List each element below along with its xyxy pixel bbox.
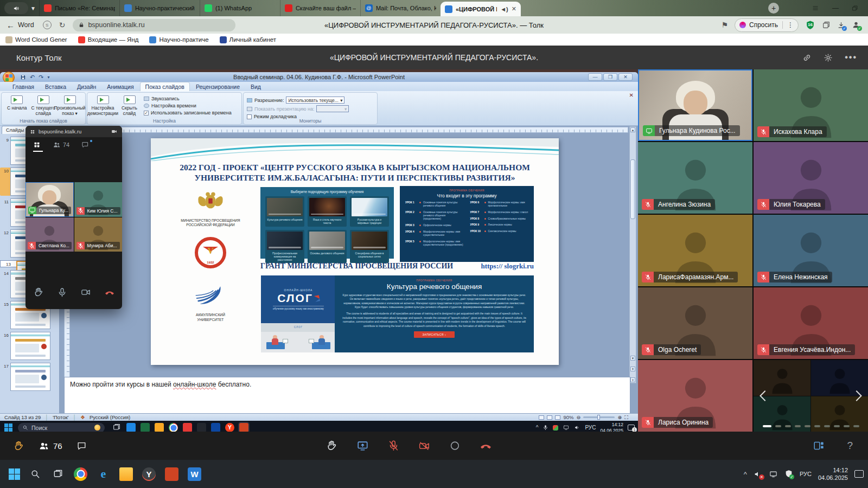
participant-tile[interactable]: Гульнара Ку... <box>25 182 74 217</box>
editor-scrollbar[interactable]: ▲ ▼ ⇞ ⇟ <box>629 126 636 383</box>
mini-leave-call-icon[interactable] <box>104 287 115 298</box>
minimize-icon[interactable]: — <box>832 4 839 12</box>
ribbon-button[interactable]: С текущего слайда <box>30 94 57 118</box>
yandex-app-icon[interactable] <box>183 423 192 432</box>
participant-tile[interactable]: ЛарисаФарамазян.Арм... <box>638 215 752 286</box>
redo-icon[interactable]: ↷ <box>39 74 43 81</box>
taskbar-security-icon[interactable]: ✓ <box>784 470 793 478</box>
back-button[interactable]: ← Word <box>7 21 34 30</box>
tabs-panel-icon[interactable] <box>822 21 831 29</box>
inner-search-box[interactable]: Поиск <box>18 423 105 433</box>
ppt-close-button[interactable]: ✕ <box>618 73 633 81</box>
ribbon-tab[interactable]: Анимация <box>102 82 138 91</box>
user-profile-icon[interactable]: ✓ <box>852 21 860 29</box>
protect-shield-icon[interactable]: 16 <box>805 20 815 30</box>
document-close-icon[interactable]: ✕ <box>629 92 634 98</box>
taskbar-volume-icon[interactable]: ✕ <box>754 470 762 478</box>
task-view-icon[interactable] <box>51 467 65 481</box>
zoom-in-icon[interactable]: ⊕ <box>617 414 622 420</box>
ask-button[interactable]: Спросить ⋮ <box>735 18 799 32</box>
site-info-icon[interactable]: S <box>43 21 52 29</box>
more-vert-icon[interactable]: ⋮ <box>787 21 794 29</box>
chrome-icon[interactable] <box>169 423 178 432</box>
notes-pane[interactable]: Можно пройти эти курсы в нашей онлайн-шк… <box>64 377 630 414</box>
ribbon-button[interactable]: Скрыть слайд <box>116 94 143 118</box>
refresh-icon[interactable]: ↻ <box>59 21 66 29</box>
participant-tile[interactable]: Искахова Клара <box>754 69 868 141</box>
ribbon-button[interactable]: Настройка демонстрации <box>90 94 116 118</box>
qat-dropdown-icon[interactable]: ▾ <box>47 75 49 80</box>
bookmark-item[interactable]: Входящие — Янд <box>78 36 139 43</box>
more-horiz-icon[interactable]: ••• <box>845 53 857 62</box>
taskbar-notification-icon[interactable] <box>854 470 864 478</box>
ribbon-tab[interactable]: Показ слайдов <box>140 82 190 91</box>
page-dots[interactable] <box>754 425 868 428</box>
microphone-button[interactable] <box>387 440 399 452</box>
url-field[interactable]: bspuonline.ktalk.ru <box>73 19 235 31</box>
browser-tab[interactable]: @Mail: Почта, Облако, Кале <box>360 0 441 16</box>
participant-tile[interactable]: Юлия Токарева <box>754 142 868 214</box>
use-timings-checkbox[interactable]: ✓Использовать записанные времена <box>144 110 232 115</box>
participant-tile[interactable]: Olga Ocheret <box>638 287 752 359</box>
explorer-icon[interactable] <box>119 467 133 481</box>
view-slideshow-icon[interactable] <box>555 415 560 420</box>
mail-app-icon[interactable] <box>126 423 136 432</box>
task-view-icon[interactable] <box>112 423 122 432</box>
folder-icon[interactable] <box>155 423 164 432</box>
taskbar-expand-icon[interactable]: ^ <box>744 470 747 478</box>
tray-expand-icon[interactable]: ^ <box>536 425 539 431</box>
taskbar-network-icon[interactable] <box>769 470 778 478</box>
edge-icon[interactable]: e <box>97 467 110 481</box>
excel-icon[interactable] <box>141 423 150 432</box>
kontur-app-icon[interactable] <box>211 423 220 432</box>
participants-button[interactable]: 76 <box>39 441 62 451</box>
participant-tile[interactable]: Елена Нежинская <box>754 215 868 286</box>
view-sorter-icon[interactable] <box>547 415 552 420</box>
tray-volume-icon[interactable] <box>574 425 580 431</box>
slide-thumbnail[interactable] <box>10 363 50 391</box>
browser-menu-icon[interactable] <box>812 5 819 11</box>
slide-thumbnail[interactable] <box>10 332 50 360</box>
participant-tile[interactable]: Ким Юлия С... <box>74 182 123 217</box>
view-normal-icon[interactable] <box>539 415 544 420</box>
zoom-slider[interactable] <box>583 416 615 418</box>
ribbon-tab[interactable]: Дизайн <box>72 82 101 91</box>
participant-tile[interactable]: Гульнара Кудинова Рос... <box>638 69 752 141</box>
mini-tab-chat[interactable] <box>81 141 89 149</box>
ribbon-tab[interactable]: Рецензирование <box>191 82 245 91</box>
bookmark-item[interactable]: Word Cloud Gener <box>5 36 67 43</box>
record-button[interactable] <box>449 440 461 452</box>
chevron-down-icon[interactable]: ▼ <box>30 5 36 11</box>
taskbar-clock[interactable]: 14:1204.06.2025 <box>818 466 848 482</box>
inner-start-button[interactable] <box>4 423 12 432</box>
inner-notification-icon[interactable]: 1 <box>628 425 635 431</box>
powerpoint-icon[interactable] <box>165 467 178 481</box>
bookmark-item[interactable]: Научно-практиче <box>149 36 208 43</box>
ribbon-button[interactable]: Произвольный показ ▾ <box>56 94 83 118</box>
mini-mic-icon[interactable] <box>57 287 67 298</box>
raise-hand-button[interactable] <box>326 440 337 452</box>
restore-icon[interactable] <box>852 5 858 11</box>
taskbar-language[interactable]: РУС <box>800 471 812 477</box>
slide-thumbnail-row[interactable]: 16 <box>0 332 60 360</box>
tray-network-icon[interactable] <box>563 425 570 431</box>
leave-call-button[interactable] <box>479 439 492 452</box>
fit-window-icon[interactable]: ⛶ <box>624 414 628 421</box>
chat-button[interactable] <box>76 441 87 451</box>
download-icon[interactable]: ✓ <box>837 21 845 29</box>
participant-tile[interactable]: Лариса Оринина <box>638 360 752 432</box>
copy-link-icon[interactable] <box>802 53 812 62</box>
next-page-preview[interactable] <box>754 360 868 432</box>
start-icon[interactable] <box>5 467 19 481</box>
tab-close-icon[interactable]: ✕ <box>512 5 516 12</box>
ribbon-tab[interactable]: Главная <box>8 82 39 91</box>
participant-tile[interactable]: Светлана Ко... <box>25 217 74 252</box>
bookmark-flag-icon[interactable]: ⚑ <box>721 21 728 29</box>
tray-color-icon[interactable] <box>553 425 558 431</box>
chrome-icon[interactable] <box>74 467 87 481</box>
resolution-select[interactable]: Использовать текуще...▾ <box>286 97 344 104</box>
mini-raise-hand-icon[interactable] <box>33 287 44 298</box>
ribbon-button[interactable]: С начала <box>4 94 30 118</box>
layout-button[interactable] <box>812 440 825 452</box>
participant-tile[interactable]: Мунира Аби... <box>74 217 123 252</box>
